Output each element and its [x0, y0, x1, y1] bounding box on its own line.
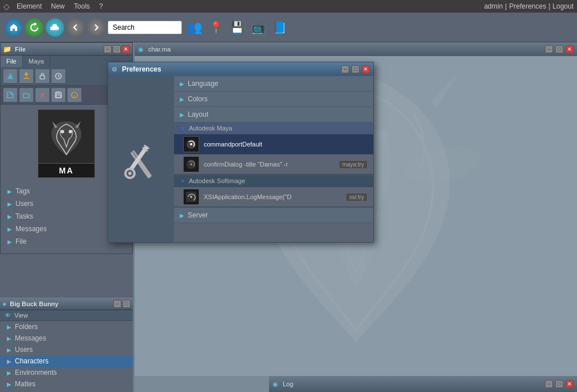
menu-element[interactable]: Element: [12, 2, 46, 10]
separator1: |: [505, 2, 507, 10]
bbb-nav-environments[interactable]: ▶ Environments: [0, 367, 133, 378]
pref-softimage-arrow: ▼: [180, 178, 185, 184]
pref-maximize-btn[interactable]: □: [351, 65, 359, 73]
svg-point-17: [128, 172, 132, 175]
file-tb-new[interactable]: [3, 88, 18, 102]
bbb-nav-users[interactable]: ▶ Users: [0, 344, 133, 355]
content-minimize-btn[interactable]: −: [545, 45, 553, 53]
pref-maya-header[interactable]: ▼ Autodesk Maya: [174, 122, 373, 134]
bbb-view-label: View: [14, 312, 28, 319]
menu-new[interactable]: New: [46, 2, 69, 10]
toolbar-btn-monitor[interactable]: 📺: [249, 19, 268, 35]
content-maximize-btn[interactable]: □: [555, 45, 563, 53]
forward-icon: [92, 23, 100, 31]
file-ma-icon[interactable]: MA: [38, 109, 95, 178]
bbb-nav-characters[interactable]: ▶ Characters: [0, 355, 133, 367]
menu-help[interactable]: ?: [94, 2, 108, 10]
toolbar-btn-home[interactable]: [5, 18, 23, 37]
log-close-btn[interactable]: ✕: [566, 380, 574, 388]
bbb-nav-props[interactable]: ▶ Props: [0, 390, 133, 392]
search-input[interactable]: [108, 21, 182, 34]
nav-label-file: File: [15, 237, 26, 246]
file-titlebar: 📁 File − □ ✕: [1, 43, 132, 56]
nav-arrow-users: ▶: [7, 201, 12, 207]
svg-rect-3: [57, 92, 60, 94]
menu-tools[interactable]: Tools: [69, 2, 94, 10]
nav-label-messages: Messages: [15, 225, 47, 233]
bbb-titlebar: ● Big Buck Bunny − □: [0, 298, 133, 310]
file-close-btn[interactable]: ✕: [122, 45, 130, 53]
content-close-btn[interactable]: ✕: [566, 45, 574, 53]
file-minimize-btn[interactable]: −: [104, 45, 112, 53]
nav-arrow-tasks: ▶: [7, 213, 12, 220]
bbb-nav-label-folders: Folders: [15, 323, 38, 331]
bbb-maximize-btn[interactable]: □: [122, 300, 131, 308]
content-titlebar: ◉ char.ma − □ ✕: [135, 42, 577, 56]
svg-point-21: [190, 196, 192, 198]
pref-minimize-btn[interactable]: −: [341, 65, 349, 73]
toolbar-btn-refresh[interactable]: [25, 18, 44, 37]
file-tb-lock[interactable]: [35, 69, 50, 84]
toolbar-btn-location[interactable]: 📍: [207, 19, 226, 35]
pref-maya-item-1-icon: [183, 156, 199, 172]
pref-maya-item-0[interactable]: commandportDefault: [174, 134, 373, 155]
pref-language-header[interactable]: ▶ Language: [174, 76, 373, 91]
pref-close-btn[interactable]: ✕: [362, 65, 370, 73]
bbb-nav-messages[interactable]: ▶ Messages: [0, 332, 133, 344]
admin-area: admin | Preferences | Logout: [484, 2, 574, 10]
pref-layout-header[interactable]: ▶ Layout: [174, 107, 373, 122]
preferences-link[interactable]: Preferences: [509, 2, 546, 10]
nav-arrow-tags: ▶: [7, 188, 12, 195]
toolbar-btn-forward[interactable]: [87, 18, 105, 37]
bbb-nav-arrow-characters: ▶: [7, 358, 11, 365]
toolbar-btn-people[interactable]: 👥: [184, 19, 204, 36]
toolbar-btn-upload[interactable]: [46, 18, 64, 37]
file-tb-info[interactable]: i: [67, 88, 82, 102]
file-tb-history[interactable]: [51, 69, 66, 84]
bbb-minimize-btn[interactable]: −: [113, 300, 121, 308]
pref-colors-header[interactable]: ▶ Colors: [174, 92, 373, 106]
log-bar: ◉ Log − □ ✕: [269, 376, 577, 392]
svg-point-18: [190, 143, 192, 145]
pref-maya-label: Autodesk Maya: [189, 125, 232, 132]
file-maximize-btn[interactable]: □: [113, 45, 121, 53]
pref-colors-label: Colors: [188, 95, 208, 103]
pref-softimage-item-0-text: XSIApplication.LogMessage("D: [204, 193, 341, 200]
log-minimize-btn[interactable]: −: [545, 380, 553, 388]
pref-softimage-header[interactable]: ▼ Autodesk Softimage: [174, 175, 373, 187]
nav-label-tasks: Tasks: [15, 212, 33, 220]
file-tab-file[interactable]: File: [1, 56, 23, 67]
pref-maya-item-1[interactable]: confirmDialog -title "Damas" -r maya:try: [174, 155, 373, 175]
bbb-nav-label-characters: Characters: [15, 357, 49, 365]
file-tab-maya[interactable]: Maya: [23, 56, 50, 67]
log-maximize-btn[interactable]: □: [555, 380, 563, 388]
log-icon: ◉: [272, 381, 278, 388]
toolbar: 👥 📍 💾 📺 📘: [0, 13, 577, 42]
bbb-nav-arrow-users: ▶: [7, 347, 11, 353]
home-icon: [9, 23, 18, 32]
file-tb-download[interactable]: [3, 69, 18, 84]
maya-icon: [184, 137, 198, 151]
bbb-nav-arrow-messages: ▶: [7, 335, 11, 342]
pref-softimage-item-0[interactable]: XSIApplication.LogMessage("D xsi:try: [174, 187, 373, 207]
bbb-nav-folders[interactable]: ▶ Folders: [0, 321, 133, 332]
file-tb-save2[interactable]: [51, 88, 66, 102]
pref-body: ▶ Language ▶ Colors ▶ Layout: [108, 76, 373, 242]
pref-maya-item-0-text: commandportDefault: [204, 141, 367, 148]
history-icon: [54, 72, 62, 80]
pref-softimage-label: Autodesk Softimage: [189, 177, 245, 184]
bbb-nav-mattes[interactable]: ▶ Mattes: [0, 378, 133, 390]
toolbar-btn-book[interactable]: 📘: [270, 19, 289, 35]
file-tb-upload[interactable]: [19, 69, 34, 84]
menu-bar: ◇ Element New Tools ? admin | Preference…: [0, 0, 577, 13]
pref-section-layout: ▶ Layout: [174, 107, 373, 122]
lock-icon: [38, 72, 46, 80]
nav-label-tags: Tags: [15, 187, 30, 195]
pref-server-header[interactable]: ▶ Server: [174, 208, 373, 223]
file-tb-cut[interactable]: [35, 88, 50, 102]
pref-section-softimage: ▼ Autodesk Softimage XSIApplication.LogM…: [174, 175, 373, 208]
toolbar-btn-back[interactable]: [66, 18, 85, 37]
logout-link[interactable]: Logout: [552, 2, 574, 10]
toolbar-btn-save[interactable]: 💾: [228, 19, 247, 35]
file-tb-folder[interactable]: [19, 88, 34, 102]
